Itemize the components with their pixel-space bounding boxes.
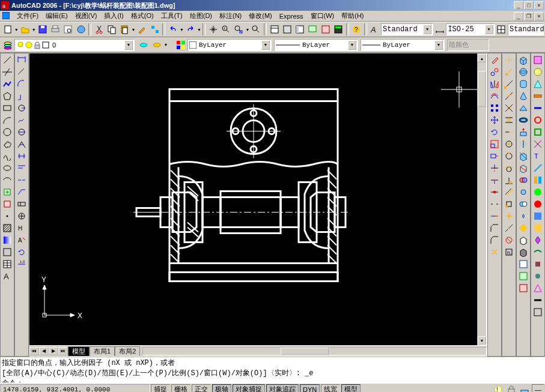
tab-model[interactable]: 模型 xyxy=(68,346,90,356)
join-tool[interactable] xyxy=(489,210,501,222)
sheet-button[interactable] xyxy=(306,23,319,36)
slice-3d[interactable] xyxy=(517,150,529,162)
tab-first[interactable]: ⏮ xyxy=(29,347,39,355)
center-mark[interactable] xyxy=(16,210,28,222)
mdi-restore[interactable]: ❐ xyxy=(524,12,534,20)
markup-button[interactable] xyxy=(319,23,332,36)
layer-previous-button[interactable] xyxy=(137,38,150,52)
subtract-3d[interactable] xyxy=(517,198,529,210)
tolerance[interactable] xyxy=(16,198,28,210)
calc-button[interactable] xyxy=(332,23,344,36)
plotstyle-combo[interactable]: 随颜色 xyxy=(447,39,489,51)
scroll-down[interactable]: ▼ xyxy=(478,336,486,345)
dim-quick[interactable] xyxy=(16,150,28,162)
block-button[interactable] xyxy=(148,23,161,36)
tab-last[interactable]: ⏭ xyxy=(58,347,68,355)
leader[interactable] xyxy=(16,186,28,198)
torus-3d[interactable] xyxy=(517,114,529,126)
render[interactable] xyxy=(517,222,529,234)
tab-layout1[interactable]: 布局1 xyxy=(90,346,115,356)
menu-help[interactable]: 帮助(H) xyxy=(338,11,367,21)
model-toggle[interactable]: 模型 xyxy=(341,384,361,393)
et-9[interactable]: T xyxy=(532,150,544,162)
preview-button[interactable] xyxy=(62,23,75,36)
snap-from[interactable] xyxy=(503,66,515,78)
plot-button[interactable] xyxy=(49,23,61,36)
trim-tool[interactable] xyxy=(489,162,501,174)
zoom-window-button[interactable] xyxy=(233,23,245,36)
rotate-tool[interactable] xyxy=(489,126,501,138)
zoom-previous-button[interactable] xyxy=(250,23,263,36)
open-dropdown[interactable]: ▼ xyxy=(31,28,36,32)
table-tool[interactable] xyxy=(1,258,13,270)
box-3d[interactable] xyxy=(517,54,529,66)
snap-intersection[interactable] xyxy=(503,102,515,114)
snap-quadrant[interactable] xyxy=(503,150,515,162)
line-tool[interactable] xyxy=(1,54,13,66)
open-button[interactable] xyxy=(19,23,31,36)
tab-layout2[interactable]: 布局2 xyxy=(115,346,140,356)
extend-tool[interactable] xyxy=(489,174,501,186)
explode-tool[interactable] xyxy=(489,246,501,258)
zoom-dropdown[interactable]: ▼ xyxy=(245,28,250,32)
properties-button[interactable] xyxy=(268,23,281,36)
hide[interactable] xyxy=(517,234,529,246)
et-5[interactable] xyxy=(532,102,544,114)
vscroll-thumb[interactable] xyxy=(478,71,486,107)
menu-dimension[interactable]: 标注(N) xyxy=(216,11,245,21)
et-14[interactable] xyxy=(532,210,544,222)
model-canvas[interactable]: X Y xyxy=(29,53,477,345)
osnap-settings[interactable]: n. xyxy=(503,246,515,258)
dyn-toggle[interactable]: DYN xyxy=(300,384,320,393)
new-button[interactable] xyxy=(1,23,14,36)
command-line[interactable]: 指定窗口的角点，输入比例因子 (nX 或 nXP)，或者 [全部(A)/中心(C… xyxy=(0,357,545,383)
dim-jogged[interactable] xyxy=(16,114,28,126)
dim-arc[interactable] xyxy=(16,78,28,90)
mtext-tool[interactable]: A xyxy=(1,270,13,282)
shade[interactable] xyxy=(517,246,529,258)
otrack-toggle[interactable]: 对象追踪 xyxy=(266,384,299,393)
snap-extension[interactable] xyxy=(503,126,515,138)
et-6[interactable] xyxy=(532,114,544,126)
snap-insert[interactable] xyxy=(503,198,515,210)
spline-tool[interactable] xyxy=(1,150,13,162)
horizontal-scrollbar[interactable] xyxy=(142,347,487,355)
region-tool[interactable] xyxy=(1,246,13,258)
ellipse-arc-tool[interactable] xyxy=(1,174,13,186)
tray-minus[interactable]: — xyxy=(532,384,544,393)
break-tool[interactable] xyxy=(489,198,501,210)
help-button[interactable]: ? xyxy=(350,23,363,36)
et-10[interactable] xyxy=(532,162,544,174)
mdi-close[interactable]: × xyxy=(534,12,544,20)
menu-insert[interactable]: 插入(I) xyxy=(100,11,127,21)
maximize-button[interactable]: □ xyxy=(524,1,534,10)
interfere-3d[interactable] xyxy=(517,174,529,186)
tab-prev[interactable]: ◀ xyxy=(39,347,49,355)
pline-tool[interactable] xyxy=(1,78,13,90)
new-dropdown[interactable]: ▼ xyxy=(14,28,19,32)
et-19[interactable] xyxy=(532,270,544,282)
cut-button[interactable] xyxy=(93,23,105,36)
menu-file[interactable]: 文件(F) xyxy=(13,11,42,21)
et-15[interactable] xyxy=(532,222,544,234)
scale-tool[interactable] xyxy=(489,138,501,150)
et-1[interactable] xyxy=(532,54,544,66)
gradient-tool[interactable] xyxy=(1,234,13,246)
dim-update[interactable] xyxy=(16,246,28,258)
color-combo[interactable]: ByLayer ▼ xyxy=(187,39,272,51)
dim-ordinate[interactable] xyxy=(16,90,28,102)
mdi-minimize[interactable]: _ xyxy=(514,12,523,20)
color-button[interactable] xyxy=(174,38,187,52)
et-12[interactable] xyxy=(532,186,544,198)
et-21[interactable] xyxy=(532,294,544,306)
dim-continue[interactable] xyxy=(16,174,28,186)
et-2[interactable] xyxy=(532,66,544,78)
menu-edit[interactable]: 编辑(E) xyxy=(42,11,72,21)
copy-tool[interactable] xyxy=(489,66,501,78)
dim-edit[interactable]: H xyxy=(16,222,28,234)
et-13[interactable] xyxy=(532,198,544,210)
layer-combo[interactable]: 0 ▼ xyxy=(14,39,135,51)
menu-view[interactable]: 视图(V) xyxy=(72,11,101,21)
arc-tool[interactable] xyxy=(1,114,13,126)
revcloud-tool[interactable] xyxy=(1,138,13,150)
